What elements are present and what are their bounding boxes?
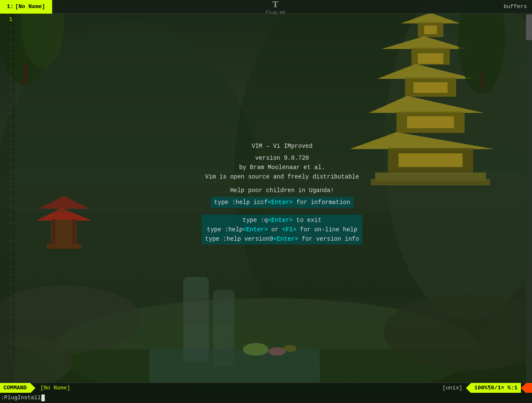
tilde-13: ~ bbox=[0, 126, 12, 135]
tilde-23: ~ bbox=[0, 211, 12, 220]
status-position: 100%¶0/1≡ %:1 bbox=[471, 383, 521, 393]
tab-number: 1: bbox=[7, 3, 14, 10]
tilde-14: ~ bbox=[0, 135, 12, 143]
tab-center-area: T Plug.md bbox=[52, 0, 499, 15]
splash-author: by Bram Moolenaar et al. bbox=[202, 163, 362, 172]
line-num-1: 1 bbox=[0, 15, 12, 24]
status-filename: [No Name] bbox=[35, 385, 75, 391]
help-f1: <F1> bbox=[282, 226, 297, 233]
content-area: 1 ~ ~ ~ ~ ~ ~ ~ ~ ~ ~ ~ ~ ~ ~ ~ ~ ~ ~ ~ … bbox=[0, 14, 532, 383]
tilde-27: ~ bbox=[0, 245, 12, 254]
tilde-15: ~ bbox=[0, 143, 12, 152]
tilde-10: ~ bbox=[0, 101, 12, 109]
quit-post: to exit bbox=[293, 217, 321, 224]
tilde-20: ~ bbox=[0, 186, 12, 194]
status-arrow-left-icon bbox=[466, 383, 471, 393]
status-arrow-right-icon bbox=[30, 383, 35, 393]
tilde-28: ~ bbox=[0, 254, 12, 262]
buffers-label: buffers bbox=[498, 3, 532, 10]
tabbar: 1: [No Name] T Plug.md buffers bbox=[0, 0, 532, 14]
vim-editor: 1: [No Name] T Plug.md buffers 1 ~ ~ ~ ~… bbox=[0, 0, 532, 403]
tilde-29: ~ bbox=[0, 262, 12, 271]
active-tab[interactable]: 1: [No Name] bbox=[0, 0, 52, 14]
line-numbers: 1 ~ ~ ~ ~ ~ ~ ~ ~ ~ ~ ~ ~ ~ ~ ~ ~ ~ ~ ~ … bbox=[0, 14, 15, 383]
cmdline-text: :PlugInstall bbox=[0, 394, 45, 401]
cmdline[interactable]: :PlugInstall bbox=[0, 393, 532, 403]
tilde-17: ~ bbox=[0, 160, 12, 169]
scrollbar[interactable] bbox=[526, 14, 532, 382]
help-iccf-enter: <Enter> bbox=[268, 199, 293, 206]
help-pre: type :help bbox=[207, 226, 243, 233]
vim-splash: VIM – Vi IMproved version 9.0.720 by Bra… bbox=[202, 141, 362, 245]
tilde-26: ~ bbox=[0, 237, 12, 245]
tilde-22: ~ bbox=[0, 203, 12, 211]
splash-uganda: Help poor children in Uganda! bbox=[202, 186, 362, 195]
status-mode: COMMAND bbox=[0, 383, 30, 393]
help-or: or bbox=[268, 226, 282, 233]
tilde-3: ~ bbox=[0, 41, 12, 49]
version-post: for version info bbox=[298, 236, 359, 242]
tilde-16: ~ bbox=[0, 152, 12, 160]
tilde-25: ~ bbox=[0, 228, 12, 237]
status-end-block bbox=[526, 383, 532, 393]
t-icon: T bbox=[272, 0, 279, 10]
version-line: type :help version9<Enter> for version i… bbox=[205, 234, 359, 244]
statusbar: COMMAND [No Name] [unix] 100%¶0/1≡ %:1 bbox=[0, 383, 532, 393]
quit-line: type :q<Enter> to exit bbox=[205, 216, 359, 225]
splash-content: VIM – Vi IMproved version 9.0.720 by Bra… bbox=[202, 141, 362, 245]
tilde-5: ~ bbox=[0, 58, 12, 66]
tilde-8: ~ bbox=[0, 83, 12, 92]
tilde-37: ~ bbox=[0, 331, 12, 339]
tilde-19: ~ bbox=[0, 177, 12, 186]
tilde-7: ~ bbox=[0, 75, 12, 83]
tilde-4: ~ bbox=[0, 49, 12, 58]
status-fileinfo: [unix] bbox=[439, 385, 466, 391]
help-line: type :help<Enter> or <F1> for on-line he… bbox=[205, 225, 359, 234]
quit-pre: type :q bbox=[243, 217, 268, 224]
tilde-12: ~ bbox=[0, 118, 12, 126]
splash-version: version 9.0.720 bbox=[202, 153, 362, 163]
tilde-33: ~ bbox=[0, 296, 12, 305]
quit-enter: <Enter> bbox=[268, 217, 293, 224]
help-post: for on-line help bbox=[296, 226, 357, 233]
tilde-1: ~ bbox=[0, 24, 12, 32]
tilde-36: ~ bbox=[0, 322, 12, 331]
tilde-21: ~ bbox=[0, 194, 12, 203]
tilde-40: ~ bbox=[0, 356, 12, 365]
tilde-30: ~ bbox=[0, 271, 12, 279]
tilde-11: ~ bbox=[0, 109, 12, 118]
splash-title: VIM – Vi IMproved bbox=[202, 141, 362, 151]
cmdline-content: :PlugInstall bbox=[1, 394, 41, 401]
version-pre: type :help version9 bbox=[205, 236, 273, 242]
tilde-35: ~ bbox=[0, 314, 12, 322]
help-iccf-pre: type :help iccf bbox=[214, 199, 268, 206]
tilde-6: ~ bbox=[0, 66, 12, 75]
splash-iccf-box: type :help iccf<Enter> for information bbox=[211, 197, 353, 208]
tilde-34: ~ bbox=[0, 305, 12, 314]
tilde-39: ~ bbox=[0, 348, 12, 356]
tilde-9: ~ bbox=[0, 92, 12, 101]
tilde-18: ~ bbox=[0, 169, 12, 177]
cursor-block bbox=[41, 394, 45, 401]
tab-name: [No Name] bbox=[15, 3, 45, 10]
scrollbar-thumb[interactable] bbox=[526, 14, 532, 40]
version-enter: <Enter> bbox=[273, 236, 298, 242]
tilde-2: ~ bbox=[0, 32, 12, 41]
splash-opensource: Vim is open source and freely distributa… bbox=[202, 172, 362, 181]
tilde-38: ~ bbox=[0, 339, 12, 348]
help-iccf-post: for information bbox=[293, 199, 350, 206]
tilde-24: ~ bbox=[0, 220, 12, 228]
help-enter: <Enter> bbox=[243, 226, 268, 233]
tilde-32: ~ bbox=[0, 288, 12, 296]
status-end-arrow bbox=[521, 383, 526, 393]
splash-commands-box: type :q<Enter> to exit type :help<Enter>… bbox=[202, 215, 362, 245]
tilde-31: ~ bbox=[0, 279, 12, 288]
